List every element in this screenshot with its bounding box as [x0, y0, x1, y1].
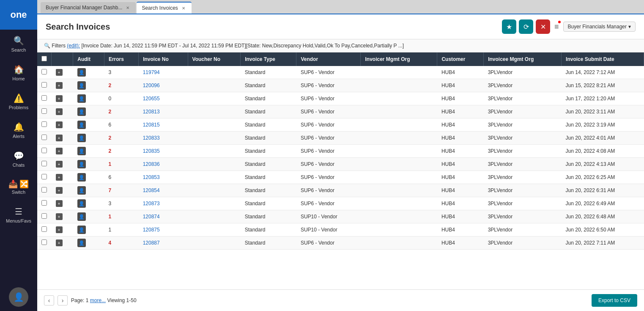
expand-button[interactable]: +	[56, 213, 63, 220]
row-audit-cell[interactable]: 👤	[73, 171, 104, 184]
tab-search-invoices[interactable]: Search Invoices ✕	[137, 2, 191, 14]
hamburger-menu-button[interactable]: ≡	[553, 21, 561, 33]
prev-page-button[interactable]: ‹	[44, 295, 54, 305]
row-checkbox[interactable]	[41, 161, 47, 166]
row-checkbox[interactable]	[41, 82, 47, 88]
sidebar-item-home[interactable]: 🏠 Home	[0, 58, 37, 87]
row-expand-cell[interactable]: +	[52, 66, 73, 79]
audit-icon[interactable]: 👤	[77, 186, 86, 195]
row-audit-cell[interactable]: 👤	[73, 210, 104, 223]
row-checkbox[interactable]	[41, 213, 47, 219]
row-expand-cell[interactable]: +	[52, 158, 73, 171]
expand-button[interactable]: +	[56, 187, 63, 194]
row-expand-cell[interactable]: +	[52, 197, 73, 210]
row-expand-cell[interactable]: +	[52, 237, 73, 250]
row-checkbox-cell[interactable]	[37, 145, 52, 158]
row-invoice-no[interactable]: 120096	[139, 79, 188, 92]
expand-button[interactable]: +	[56, 239, 63, 246]
tab-dashboard-close[interactable]: ✕	[125, 5, 131, 11]
row-checkbox[interactable]	[41, 135, 47, 140]
audit-icon[interactable]: 👤	[77, 68, 86, 77]
row-audit-cell[interactable]: 👤	[73, 105, 104, 118]
audit-icon[interactable]: 👤	[77, 107, 86, 116]
row-invoice-no[interactable]: 120815	[139, 118, 188, 132]
row-invoice-no[interactable]: 120854	[139, 184, 188, 197]
row-checkbox[interactable]	[41, 148, 47, 153]
audit-icon[interactable]: 👤	[77, 212, 86, 221]
user-avatar[interactable]: 👤	[9, 287, 28, 307]
audit-icon[interactable]: 👤	[77, 147, 86, 155]
sidebar-item-problems[interactable]: ⚠️ Problems	[0, 87, 37, 116]
header-checkbox-cell[interactable]	[37, 52, 52, 66]
row-expand-cell[interactable]: +	[52, 171, 73, 184]
row-invoice-no[interactable]: 120836	[139, 158, 188, 171]
row-checkbox-cell[interactable]	[37, 210, 52, 223]
row-checkbox[interactable]	[41, 226, 47, 232]
row-invoice-no[interactable]: 120833	[139, 132, 188, 145]
row-checkbox-cell[interactable]	[37, 132, 52, 145]
row-checkbox-cell[interactable]	[37, 237, 52, 250]
row-invoice-no[interactable]: 120873	[139, 197, 188, 210]
expand-button[interactable]: +	[56, 69, 63, 76]
expand-button[interactable]: +	[56, 148, 63, 154]
app-logo[interactable]: one	[0, 0, 37, 30]
sidebar-item-menus[interactable]: ☰ Menus/Favs	[0, 201, 37, 229]
close-button[interactable]: ✕	[536, 19, 550, 34]
expand-button[interactable]: +	[56, 95, 63, 102]
expand-button[interactable]: +	[56, 174, 63, 181]
row-invoice-no[interactable]: 120835	[139, 145, 188, 158]
more-link[interactable]: more...	[90, 297, 106, 303]
row-checkbox-cell[interactable]	[37, 66, 52, 79]
expand-button[interactable]: +	[56, 161, 63, 168]
star-button[interactable]: ★	[502, 19, 516, 34]
row-expand-cell[interactable]: +	[52, 132, 73, 145]
audit-icon[interactable]: 👤	[77, 160, 86, 168]
refresh-button[interactable]: ⟳	[519, 19, 533, 34]
audit-icon[interactable]: 👤	[77, 134, 86, 142]
audit-icon[interactable]: 👤	[77, 199, 86, 208]
sidebar-item-search[interactable]: 🔍 Search	[0, 30, 37, 58]
row-checkbox[interactable]	[41, 187, 47, 193]
audit-icon[interactable]: 👤	[77, 94, 86, 103]
row-audit-cell[interactable]: 👤	[73, 132, 104, 145]
next-page-button[interactable]: ›	[58, 295, 68, 305]
row-checkbox-cell[interactable]	[37, 158, 52, 171]
row-audit-cell[interactable]: 👤	[73, 92, 104, 105]
row-invoice-no[interactable]: 119794	[139, 66, 188, 79]
row-checkbox-cell[interactable]	[37, 197, 52, 210]
row-expand-cell[interactable]: +	[52, 145, 73, 158]
tab-dashboard[interactable]: Buyer Financial Manager Dashb... ✕	[41, 2, 136, 13]
row-checkbox[interactable]	[41, 108, 47, 114]
row-checkbox-cell[interactable]	[37, 92, 52, 105]
row-checkbox-cell[interactable]	[37, 184, 52, 197]
row-expand-cell[interactable]: +	[52, 79, 73, 92]
row-audit-cell[interactable]: 👤	[73, 184, 104, 197]
row-checkbox-cell[interactable]	[37, 171, 52, 184]
audit-icon[interactable]: 👤	[77, 173, 86, 182]
audit-icon[interactable]: 👤	[77, 81, 86, 90]
row-invoice-no[interactable]: 120874	[139, 210, 188, 223]
row-audit-cell[interactable]: 👤	[73, 197, 104, 210]
row-invoice-no[interactable]: 120655	[139, 92, 188, 105]
tab-search-invoices-close[interactable]: ✕	[181, 5, 186, 11]
row-checkbox-cell[interactable]	[37, 223, 52, 237]
sidebar-item-switch[interactable]: 📥 🔀 Switch	[0, 173, 37, 201]
expand-button[interactable]: +	[56, 82, 63, 89]
row-expand-cell[interactable]: +	[52, 105, 73, 118]
row-checkbox[interactable]	[41, 239, 47, 245]
expand-button[interactable]: +	[56, 200, 63, 207]
row-checkbox-cell[interactable]	[37, 79, 52, 92]
row-expand-cell[interactable]: +	[52, 184, 73, 197]
sidebar-item-chats[interactable]: 💬 Chats	[0, 145, 37, 173]
row-checkbox-cell[interactable]	[37, 118, 52, 132]
row-audit-cell[interactable]: 👤	[73, 145, 104, 158]
row-audit-cell[interactable]: 👤	[73, 237, 104, 250]
sidebar-item-alerts[interactable]: 🔔 Alerts	[0, 116, 37, 145]
row-checkbox[interactable]	[41, 200, 47, 206]
role-dropdown[interactable]: Buyer Financials Manager ▾	[563, 22, 636, 32]
expand-button[interactable]: +	[56, 226, 63, 233]
row-audit-cell[interactable]: 👤	[73, 66, 104, 79]
expand-button[interactable]: +	[56, 108, 63, 115]
select-all-checkbox[interactable]	[41, 56, 47, 61]
row-invoice-no[interactable]: 120875	[139, 223, 188, 237]
